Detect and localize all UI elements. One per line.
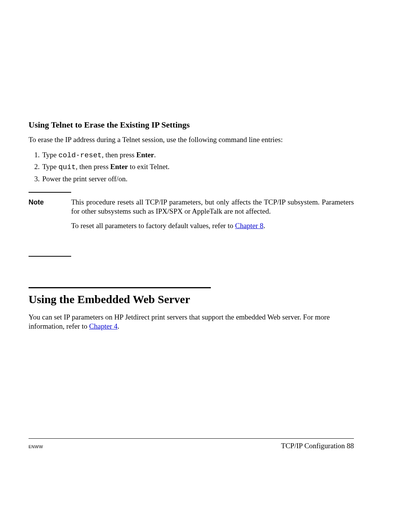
section-heading-telnet: Using Telnet to Erase the Existing IP Se… [29, 120, 354, 130]
chapter-4-link[interactable]: Chapter 4 [89, 322, 117, 330]
steps-list: Type cold-reset, then press Enter. Type … [29, 150, 354, 185]
step-text: , then press [102, 151, 137, 159]
list-item: Power the print server off/on. [41, 174, 354, 185]
step-text: . [154, 151, 156, 159]
intro-paragraph: To erase the IP address during a Telnet … [29, 135, 354, 144]
step-text: Power the print server off/on. [42, 175, 127, 183]
footer-page-label: TCP/IP Configuration 88 [281, 442, 354, 450]
code-text: cold-reset [58, 151, 102, 160]
page-footer: ENWW TCP/IP Configuration 88 [29, 438, 354, 450]
bold-text: Enter [110, 163, 128, 171]
chapter-8-link[interactable]: Chapter 8 [235, 222, 263, 230]
list-item: Type quit, then press Enter to exit Teln… [41, 161, 354, 173]
step-text: Type [42, 151, 58, 159]
footer-divider [29, 438, 354, 439]
footer-row: ENWW TCP/IP Configuration 88 [29, 442, 354, 450]
body-text: You can set IP parameters on HP Jetdirec… [29, 313, 330, 330]
note-paragraph: This procedure resets all TCP/IP paramet… [71, 198, 354, 216]
step-text: to exit Telnet. [128, 163, 169, 171]
step-text: , then press [76, 163, 110, 171]
page-content: Using Telnet to Erase the Existing IP Se… [29, 120, 354, 331]
section-divider [29, 287, 211, 288]
note-body: This procedure resets all TCP/IP paramet… [71, 192, 354, 235]
note-block: Note This procedure resets all TCP/IP pa… [29, 192, 354, 257]
code-text: quit [58, 163, 76, 171]
step-text: Type [42, 163, 58, 171]
body-text: . [118, 322, 119, 330]
bold-text: Enter [136, 151, 154, 159]
footer-left-label: ENWW [29, 444, 43, 449]
note-text: . [263, 222, 265, 230]
note-paragraph: To reset all parameters to factory defau… [71, 221, 354, 230]
list-item: Type cold-reset, then press Enter. [41, 150, 354, 161]
note-label: Note [29, 192, 71, 257]
note-text: To reset all parameters to factory defau… [71, 222, 235, 230]
ews-paragraph: You can set IP parameters on HP Jetdirec… [29, 313, 354, 331]
document-page: Using Telnet to Erase the Existing IP Se… [0, 0, 411, 532]
section-heading-ews: Using the Embedded Web Server [29, 293, 354, 306]
